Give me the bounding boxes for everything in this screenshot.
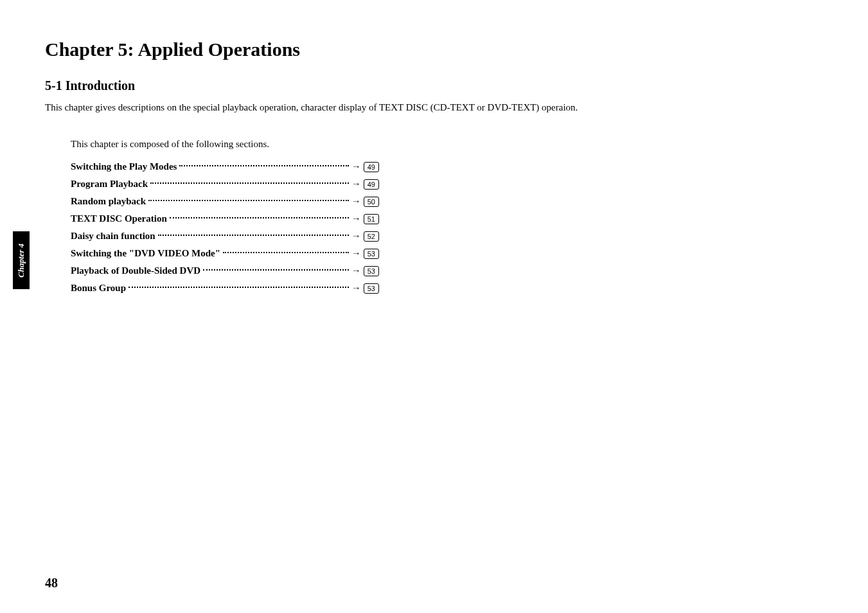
toc-item: TEXT DISC Operation → 51 [71, 213, 379, 224]
toc-intro-text: This chapter is composed of the followin… [71, 139, 823, 150]
arrow-icon: → [351, 248, 361, 259]
arrow-icon: → [351, 161, 361, 172]
chapter-title: Chapter 5: Applied Operations [45, 39, 823, 60]
arrow-icon: → [351, 213, 361, 224]
arrow-icon: → [351, 231, 361, 242]
toc-label: Program Playback [71, 179, 148, 190]
toc-dots [148, 200, 349, 201]
intro-text: This chapter gives descriptions on the s… [45, 102, 823, 113]
toc-item: Program Playback → 49 [71, 179, 379, 190]
toc-dots [158, 235, 349, 236]
toc-page-ref: 52 [364, 231, 379, 242]
toc-list: Switching the Play Modes → 49 Program Pl… [71, 161, 823, 294]
arrow-icon: → [351, 283, 361, 294]
toc-label: Random playback [71, 196, 146, 207]
toc-item: Playback of Double-Sided DVD → 53 [71, 265, 379, 276]
toc-label: Switching the "DVD VIDEO Mode" [71, 248, 220, 259]
toc-dots [128, 287, 349, 288]
toc-page-ref: 50 [364, 197, 379, 207]
toc-item: Bonus Group → 53 [71, 283, 379, 294]
toc-item: Switching the Play Modes → 49 [71, 161, 379, 172]
toc-dots [179, 165, 348, 166]
section-title: 5-1 Introduction [45, 78, 823, 93]
arrow-icon: → [351, 196, 361, 207]
toc-label: Bonus Group [71, 283, 126, 294]
toc-page-ref: 49 [364, 179, 379, 190]
toc-label: Daisy chain function [71, 231, 155, 242]
arrow-icon: → [351, 265, 361, 276]
toc-page-ref: 49 [364, 162, 379, 172]
toc-page-ref: 53 [364, 283, 379, 294]
toc-dots [150, 182, 349, 184]
toc-item: Daisy chain function → 52 [71, 231, 379, 242]
arrow-icon: → [351, 179, 361, 190]
toc-item: Switching the "DVD VIDEO Mode" → 53 [71, 248, 379, 259]
toc-dots [203, 269, 349, 271]
chapter-side-tab: Chapter 4 [13, 231, 30, 289]
page-number: 48 [45, 576, 58, 591]
toc-item: Random playback → 50 [71, 196, 379, 207]
toc-page-ref: 53 [364, 249, 379, 259]
toc-label: Switching the Play Modes [71, 161, 177, 172]
toc-page-ref: 53 [364, 266, 379, 276]
toc-page-ref: 51 [364, 214, 379, 224]
toc-label: Playback of Double-Sided DVD [71, 265, 200, 276]
toc-dots [170, 217, 349, 218]
toc-dots [223, 252, 349, 253]
toc-label: TEXT DISC Operation [71, 213, 167, 224]
